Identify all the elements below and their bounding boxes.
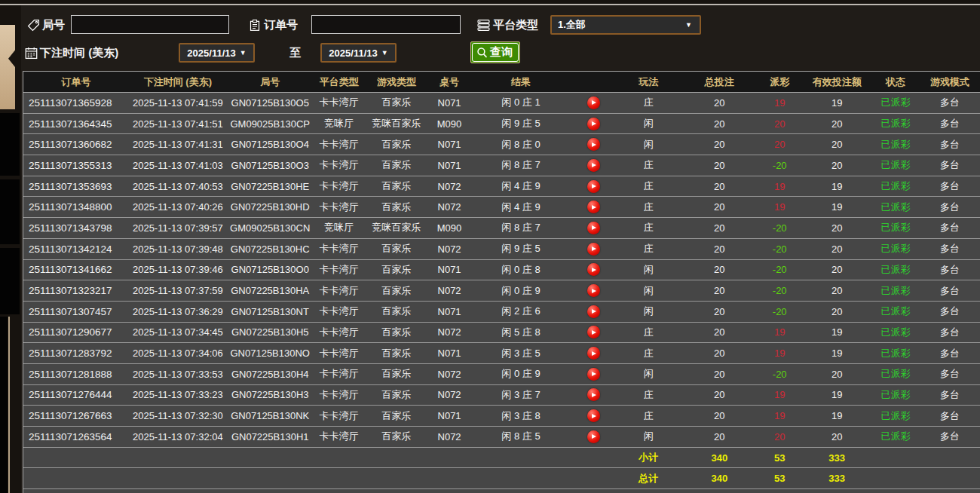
replay-play-icon[interactable]	[587, 305, 600, 318]
payout: -20	[757, 239, 802, 259]
play-triangle-icon	[592, 289, 596, 293]
round-no: GN07125B130O5	[227, 93, 314, 113]
replay-play-icon[interactable]	[587, 326, 600, 338]
table-row: 2511130713536932025-11-13 07:40:53GN0722…	[23, 176, 980, 198]
bet-time: 2025-11-13 07:33:53	[129, 364, 227, 384]
replay-play-icon[interactable]	[587, 118, 600, 130]
header-status: 状态	[871, 72, 920, 92]
replay-play-icon[interactable]	[587, 263, 600, 276]
header-valid-bet: 有效投注额	[802, 72, 871, 92]
valid-bet: 19	[802, 343, 871, 363]
grand-total-row: 总计34053333	[23, 468, 980, 489]
result: 闲 9 庄 5	[470, 239, 572, 259]
left-edge-block	[0, 317, 8, 493]
replay-play-icon[interactable]	[587, 409, 600, 422]
replay-play-icon[interactable]	[587, 180, 600, 193]
play-method: 闲	[615, 260, 681, 280]
bet-time: 2025-11-13 07:41:59	[129, 93, 227, 113]
result: 闲 3 庄 7	[470, 385, 572, 406]
bet-records-table: 订单号下注时间 (美东)局号平台类型游戏类型桌号结果玩法总投注派彩有效投注额状态…	[23, 71, 980, 493]
subtotal-game-type	[365, 448, 429, 468]
replay-play-icon[interactable]	[587, 368, 600, 381]
round-no: GM09025B130CP	[227, 114, 314, 134]
order-no: 251113071364345	[23, 114, 129, 134]
result: 闲 5 庄 8	[470, 323, 572, 343]
order-no: 251113071267663	[23, 406, 129, 426]
date-from-picker[interactable]: 2025/11/13 ▼	[179, 43, 255, 63]
bet-time: 2025-11-13 07:37:59	[129, 280, 227, 301]
bet-time: 2025-11-13 07:41:31	[129, 134, 227, 155]
subtotal-total-bet: 340	[681, 448, 757, 468]
total-bet: 20	[681, 323, 757, 343]
round-no: GN07225B130H3	[227, 385, 314, 406]
table-row: 2511130712764442025-11-13 07:33:23GN0722…	[23, 385, 980, 406]
search-button[interactable]: 查询	[470, 41, 520, 63]
order-no: 251113071283792	[23, 343, 129, 363]
search-icon	[476, 47, 488, 58]
order-no: 251113071342124	[23, 239, 129, 259]
total-replay	[571, 468, 615, 488]
clipboard-icon	[249, 15, 262, 35]
table-no: N072	[429, 197, 470, 217]
replay-play-icon[interactable]	[587, 284, 600, 297]
header-game-mode: 游戏模式	[920, 72, 980, 92]
play-method: 庄	[615, 176, 681, 197]
total-total-bet: 340	[681, 468, 757, 488]
valid-bet: 19	[802, 323, 871, 343]
total-platform-type	[314, 468, 365, 488]
play-triangle-icon	[592, 434, 596, 439]
result: 闲 0 庄 8	[470, 260, 572, 280]
header-total-bet: 总投注	[681, 72, 757, 92]
replay-play-icon[interactable]	[587, 159, 600, 172]
order-no: 251113071365928	[23, 93, 129, 113]
table-row: 2511130713659282025-11-13 07:41:59GN0712…	[23, 93, 980, 114]
table-no: N072	[429, 364, 470, 384]
play-method: 庄	[615, 155, 681, 176]
game-mode: 多台	[920, 239, 980, 259]
replay-play-icon[interactable]	[587, 138, 600, 151]
table-row: 2511130712818882025-11-13 07:33:53GN0722…	[23, 364, 980, 385]
payout: -20	[757, 302, 802, 322]
result: 闲 2 庄 6	[470, 302, 572, 322]
table-no: N071	[429, 260, 470, 280]
replay-play-icon[interactable]	[587, 201, 600, 213]
replay-play-icon[interactable]	[587, 222, 600, 234]
order-no: 251113071323217	[23, 280, 129, 301]
replay-play-icon[interactable]	[587, 96, 600, 109]
replay-play-icon[interactable]	[587, 243, 600, 256]
replay-play-icon[interactable]	[587, 388, 600, 401]
play-triangle-icon	[592, 100, 596, 105]
left-edge-block	[0, 248, 20, 314]
date-range-to-label: 至	[289, 43, 301, 63]
empty-row	[23, 489, 980, 493]
bet-time: 2025-11-13 07:33:23	[129, 385, 227, 406]
order-no: 251113071307457	[23, 302, 129, 322]
game-mode: 多台	[920, 343, 980, 363]
play-method: 闲	[615, 114, 681, 134]
platform-type: 卡卡湾厅	[314, 197, 365, 217]
total-bet-time	[129, 468, 227, 488]
order-no-input[interactable]	[311, 15, 461, 34]
play-method: 闲	[615, 302, 681, 322]
game-type: 百家乐	[365, 280, 429, 301]
round-no: GN07225B130H5	[227, 323, 314, 343]
left-edge-line	[8, 317, 10, 493]
replay-play-icon[interactable]	[587, 347, 600, 360]
status: 已派彩	[871, 176, 920, 197]
bet-time: 2025-11-13 07:36:29	[129, 302, 227, 322]
date-to-picker[interactable]: 2025/11/13 ▼	[320, 43, 397, 63]
header-game-type: 游戏类型	[365, 72, 429, 92]
platform-type-select[interactable]: 1.全部 ▼	[550, 15, 701, 35]
round-no-input[interactable]	[71, 15, 229, 34]
replay-play-icon[interactable]	[587, 430, 600, 443]
replay	[571, 385, 615, 406]
total-bet: 20	[681, 197, 757, 217]
header-replay	[571, 72, 615, 92]
total-bet: 20	[681, 260, 757, 280]
total-bet: 20	[681, 93, 757, 113]
replay	[571, 239, 615, 259]
payout: -20	[757, 364, 802, 384]
play-triangle-icon	[592, 330, 596, 335]
replay	[571, 155, 615, 176]
round-no: GN07225B130HE	[227, 176, 314, 197]
